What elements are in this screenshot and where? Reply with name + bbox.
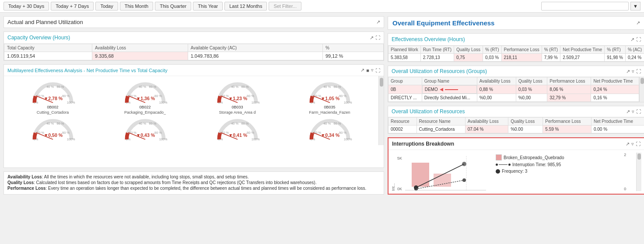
expand-icon-capacity[interactable]: ⛶	[375, 35, 380, 40]
groups-card: Overall Utilization of Resources (Groups…	[388, 66, 644, 102]
legend-label-quality: Quality Loss	[7, 180, 34, 185]
gauge-name-0B033: 0B033	[231, 105, 243, 109]
filter-today[interactable]: Today	[95, 2, 118, 10]
legend-rect-icon	[496, 154, 502, 160]
interruptions-legend: Broken_Estropeado_Quebrado Interruption …	[494, 153, 620, 191]
y-axis-label: Int...	[391, 183, 396, 191]
legend-label-1: Interruption Time: 985,95	[512, 162, 561, 167]
eff-val-3: 0,03 %	[483, 54, 501, 62]
expand-icon-int[interactable]: ⛶	[636, 141, 640, 146]
gauge-svg-0B022: 0% 40 % 60 % 100% 20 % 80 % ▼1,36 %	[121, 80, 169, 105]
grp-val-0-1: DEMO	[422, 85, 477, 94]
grp-val-1-2: %0,00	[477, 94, 516, 102]
group-row-1[interactable]: DIRECTLY ... Directly Scheduled Mi... %0…	[388, 94, 639, 102]
svg-text:▼0,50 %: ▼0,50 %	[43, 132, 63, 138]
gauge-title: Multilayered Effectiveness Analysis - Ne…	[7, 68, 168, 73]
share-icon-int[interactable]: ↗	[626, 141, 630, 147]
filter-dropdown-input[interactable]	[541, 2, 629, 10]
gauge-svg-5: 0% 40 % 60 % 100% 20 % 80 % ▼0,43 %	[121, 116, 169, 142]
svg-text:60 %: 60 %	[149, 85, 156, 89]
svg-text:60 %: 60 %	[56, 85, 64, 89]
legend-label-2: Frequency: 3	[502, 169, 527, 174]
val-total-capacity: 1.059.119,54	[4, 52, 92, 60]
gauge-item-0B033: 0% 40 % 60 % 100% 20 % 80 % ▼1,23 % 0B03…	[192, 80, 283, 115]
eff-title: Effectiveness Overview (Hours)	[392, 36, 465, 42]
filter-this-year[interactable]: This Year	[193, 2, 223, 10]
int-scrollbar[interactable]	[636, 153, 641, 191]
expand-icon-gauge[interactable]: ⛶	[375, 68, 380, 73]
svg-text:▼0,43 %: ▼0,43 %	[136, 132, 155, 138]
share-icon-oee[interactable]: ↗	[636, 20, 640, 26]
svg-text:40 %: 40 %	[323, 122, 331, 125]
svg-text:60 %: 60 %	[333, 122, 341, 125]
filter-icon-groups[interactable]: ▿	[632, 69, 634, 74]
filter-this-quarter[interactable]: This Quarter	[155, 2, 191, 10]
svg-text:80 %: 80 %	[62, 94, 70, 98]
res-col-1: Resource Name	[416, 118, 465, 125]
gauge-item-5: 0% 40 % 60 % 100% 20 % 80 % ▼0,43 %	[100, 116, 190, 142]
gauge-name-0B035: 0B035	[324, 105, 335, 109]
filter-today-30[interactable]: Today + 30 Days	[4, 2, 49, 10]
expand-icon-res[interactable]: ⛶	[636, 109, 641, 114]
gauge-name-0B022: 0B022	[139, 105, 150, 109]
svg-text:40 %: 40 %	[231, 122, 238, 125]
interruptions-card: Interruptions Breakdown ↗ ▿ ⛶ Int... 5K …	[388, 137, 644, 195]
share-icon-groups[interactable]: ↗	[626, 69, 630, 74]
eff-icons: ↗ ⛶	[629, 37, 641, 42]
grp-col-0: Group	[388, 77, 422, 85]
svg-text:80 %: 80 %	[154, 131, 162, 135]
gauge-name-0B002: 0B002	[47, 105, 58, 109]
grp-val-0-0: 0B	[388, 85, 422, 94]
gauge-scrollbar[interactable]	[378, 76, 384, 145]
svg-text:100%: 100%	[66, 137, 75, 141]
gauge-sub-0B033: Storage Area_Area d	[219, 110, 256, 115]
svg-text:40 %: 40 %	[139, 85, 146, 89]
groups-icons: ↗ ▿ ⛶	[624, 69, 641, 74]
filter-last-12[interactable]: Last 12 Months	[224, 2, 267, 10]
legend-label-avail: Availability Loss	[7, 174, 42, 179]
share-icon-capacity[interactable]: ↗	[370, 35, 374, 41]
svg-text:60 %: 60 %	[241, 122, 248, 125]
gauge-sub-0B002: Cutting_Cortadora	[37, 110, 69, 115]
share-icon-res[interactable]: ↗	[626, 109, 630, 115]
legend-label-0: Broken_Estropeado_Quebrado	[504, 155, 564, 160]
share-icon-gauge[interactable]: ↗	[360, 67, 364, 73]
filter-this-month[interactable]: This Month	[120, 2, 153, 10]
res-col-3: Quality Loss	[508, 118, 543, 125]
resource-row-0[interactable]: 00002 Cutting_Cortadora 07.04 % %0.00 5.…	[388, 125, 644, 133]
eff-val-0: 5.383,58	[388, 54, 421, 62]
groups-scrollbar[interactable]	[639, 77, 644, 102]
gauge-sub-0B035: Farm_Hacienda_Fazen	[309, 110, 350, 115]
group-row-0[interactable]: 0B DEMO 0,88 % 0,03 % 8,06 % 0,24 %	[388, 85, 639, 94]
expand-icon-groups[interactable]: ⛶	[636, 69, 641, 74]
res-val-0-5: 0.00 %	[591, 125, 644, 133]
capacity-title: Capacity Overview (Hours)	[7, 35, 70, 41]
oee-header: Overall Equipment Effectiveness ↗	[388, 16, 644, 30]
set-filter-button[interactable]: Set Filter...	[269, 2, 301, 10]
share-icon[interactable]: ↗	[376, 19, 380, 25]
col-total-capacity: Total Capacity	[4, 44, 92, 52]
svg-text:▼2,78 %: ▼2,78 %	[43, 96, 63, 101]
res-val-0-4: 5.59 %	[543, 125, 592, 133]
expand-icon-eff[interactable]: ⛶	[636, 37, 641, 42]
svg-text:60 %: 60 %	[56, 122, 64, 125]
gauge-item-0B002: 0% 40 % 60 % 100% 20 % 80 % ▼2,78 %	[7, 80, 98, 115]
svg-text:▼1,36 %: ▼1,36 %	[136, 96, 155, 101]
filter-icon-int[interactable]: ▿	[631, 141, 634, 147]
val-percent: 99,12 %	[323, 52, 384, 60]
filter-today-7[interactable]: Today + 7 Days	[51, 2, 94, 10]
grp-col-3: Quality Loss	[516, 77, 547, 85]
filter-icon-gauge[interactable]: ▿	[371, 67, 374, 73]
resources-table: Resource Resource Name Availability Loss…	[388, 117, 644, 133]
eff-col-6: Net Productive Time	[560, 46, 605, 54]
share-icon-eff[interactable]: ↗	[630, 37, 634, 42]
svg-text:80 %: 80 %	[247, 131, 254, 135]
gauge-item-4: 0% 40 % 60 % 100% 20 % 80 % ▼0,50 %	[7, 116, 98, 142]
fill-icon-gauge[interactable]: ■	[366, 68, 369, 73]
res-val-0-3: %0.00	[508, 125, 543, 133]
gauge-item-7: 0% 40 % 60 % 100% 20 % 80 % ▼0,34 %	[284, 116, 375, 142]
svg-text:40 %: 40 %	[46, 122, 54, 125]
filter-icon-res[interactable]: ▿	[632, 109, 634, 115]
col-avail-loss: Availability Loss	[92, 44, 188, 52]
main-content: Actual and Planned Utilization ↗ Capacit…	[0, 13, 644, 198]
